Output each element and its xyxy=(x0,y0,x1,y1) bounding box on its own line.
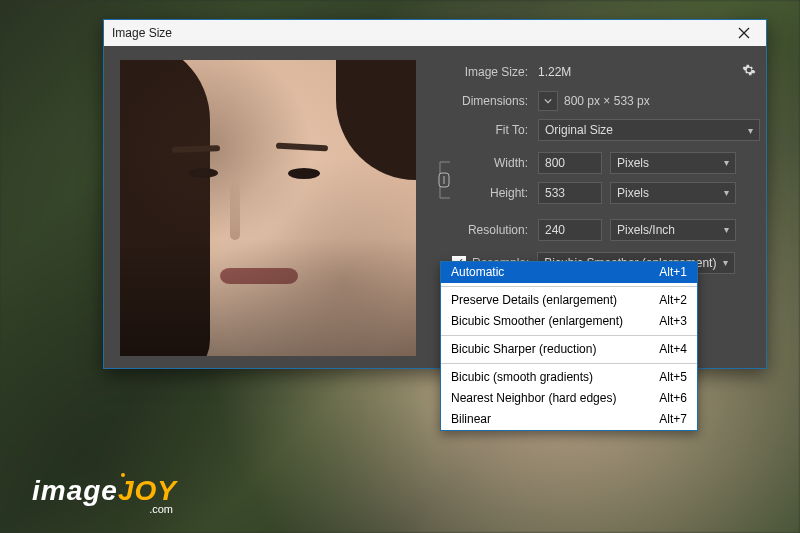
option-shortcut: Alt+2 xyxy=(659,293,687,308)
resample-option[interactable]: Bicubic Sharper (reduction)Alt+4 xyxy=(441,339,697,360)
dropdown-separator xyxy=(441,363,697,364)
option-label: Bicubic (smooth gradients) xyxy=(451,370,593,385)
image-size-value: 1.22M xyxy=(538,65,571,79)
constrain-link-icon[interactable] xyxy=(430,152,458,208)
resolution-label: Resolution: xyxy=(430,223,538,237)
chevron-down-icon: ▾ xyxy=(724,187,729,198)
resample-option[interactable]: Preserve Details (enlargement)Alt+2 xyxy=(441,290,697,311)
resolution-input[interactable]: 240 xyxy=(538,219,602,241)
option-label: Bilinear xyxy=(451,412,491,427)
chevron-down-icon: ▾ xyxy=(723,257,728,268)
resample-option[interactable]: Bicubic Smoother (enlargement)Alt+3 xyxy=(441,311,697,332)
dialog-titlebar[interactable]: Image Size xyxy=(104,20,766,46)
height-label: Height: xyxy=(458,186,538,200)
option-shortcut: Alt+7 xyxy=(659,412,687,427)
dropdown-separator xyxy=(441,286,697,287)
dimensions-expand-button[interactable] xyxy=(538,91,558,111)
fit-to-select[interactable]: Original Size ▾ xyxy=(538,119,760,141)
resample-option[interactable]: Bicubic (smooth gradients)Alt+5 xyxy=(441,367,697,388)
image-size-label: Image Size: xyxy=(430,65,538,79)
option-shortcut: Alt+4 xyxy=(659,342,687,357)
option-label: Nearest Neighbor (hard edges) xyxy=(451,391,616,406)
image-preview xyxy=(120,60,416,356)
watermark-logo: imageJOY .com xyxy=(32,475,177,515)
option-shortcut: Alt+3 xyxy=(659,314,687,329)
dialog-title: Image Size xyxy=(112,26,730,40)
resample-option[interactable]: Nearest Neighbor (hard edges)Alt+6 xyxy=(441,388,697,409)
resample-option[interactable]: AutomaticAlt+1 xyxy=(441,262,697,283)
resolution-unit-select[interactable]: Pixels/Inch▾ xyxy=(610,219,736,241)
width-label: Width: xyxy=(458,156,538,170)
resample-dropdown: AutomaticAlt+1Preserve Details (enlargem… xyxy=(440,261,698,431)
dimensions-value: 800 px × 533 px xyxy=(564,94,650,108)
fit-to-value: Original Size xyxy=(545,123,613,137)
chevron-down-icon: ▾ xyxy=(748,125,753,136)
height-input[interactable]: 533 xyxy=(538,182,602,204)
option-label: Bicubic Smoother (enlargement) xyxy=(451,314,623,329)
option-shortcut: Alt+6 xyxy=(659,391,687,406)
height-unit-select[interactable]: Pixels▾ xyxy=(610,182,736,204)
close-icon[interactable] xyxy=(730,22,758,44)
option-label: Bicubic Sharper (reduction) xyxy=(451,342,596,357)
chevron-down-icon: ▾ xyxy=(724,157,729,168)
dimensions-label: Dimensions: xyxy=(430,94,538,108)
width-unit-select[interactable]: Pixels▾ xyxy=(610,152,736,174)
resample-option[interactable]: BilinearAlt+7 xyxy=(441,409,697,430)
width-input[interactable]: 800 xyxy=(538,152,602,174)
option-shortcut: Alt+5 xyxy=(659,370,687,385)
option-shortcut: Alt+1 xyxy=(659,265,687,280)
option-label: Automatic xyxy=(451,265,504,280)
gear-icon[interactable] xyxy=(742,63,760,80)
chevron-down-icon: ▾ xyxy=(724,224,729,235)
dropdown-separator xyxy=(441,335,697,336)
fit-to-label: Fit To: xyxy=(430,123,538,137)
option-label: Preserve Details (enlargement) xyxy=(451,293,617,308)
